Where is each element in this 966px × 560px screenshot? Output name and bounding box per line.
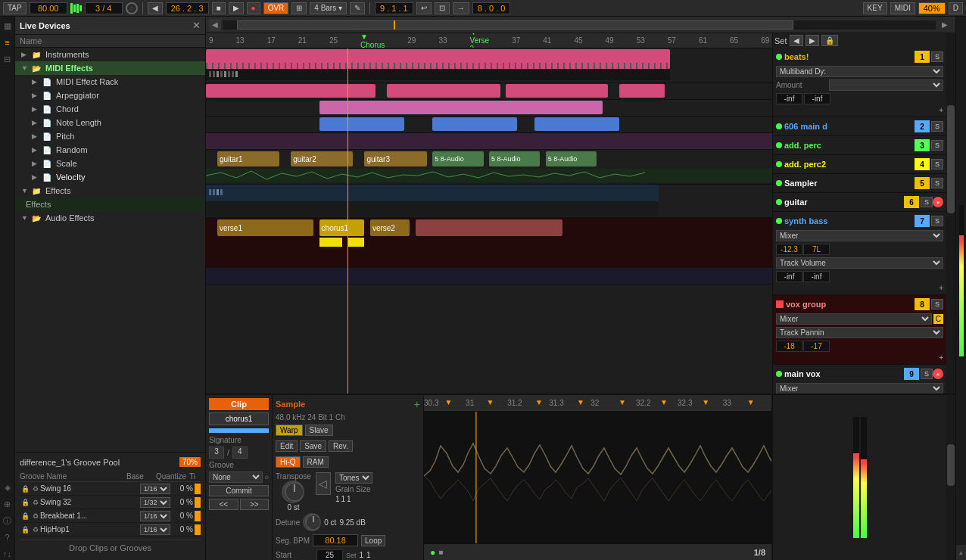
track-synthbass-clips[interactable] [206,185,772,217]
beats-amount-select[interactable] [829,79,943,91]
606-num[interactable]: 2 [915,120,930,132]
addperc2-clip-0[interactable] [319,117,404,131]
browser-item-scale[interactable]: ▶ 📄 Scale [15,157,205,170]
vox-clip-2[interactable]: verse2 [370,219,410,236]
browser-item-chord[interactable]: ▶ 📄 Chord [15,102,205,116]
track-addperc2-clips[interactable] [206,117,772,132]
position-display[interactable]: 26 . 2 . 3 [166,2,209,14]
guitar-clip-1[interactable]: guitar2 [291,151,353,166]
voxgroup-num[interactable]: 8 [915,298,930,310]
groove-base-1[interactable]: 1/32 [140,497,170,508]
mainvox-num[interactable]: 9 [904,368,919,380]
arr-overview[interactable] [223,20,936,30]
vox-clip-3[interactable] [416,219,562,236]
guitar-s-btn[interactable]: S [921,197,933,207]
browser-item-note-length[interactable]: ▶ 📄 Note Length [15,116,205,129]
track-beats-clips[interactable] [206,48,772,82]
guitar-clip-2[interactable]: guitar3 [364,151,426,166]
arr-back-btn[interactable]: ◀ [209,19,221,31]
addperc-s-btn[interactable]: S [931,140,943,151]
clip-back-btn[interactable]: << [209,499,238,510]
voxgroup-mixer-select[interactable]: Mixer [776,313,932,325]
addperc-trigger[interactable] [776,142,782,148]
detune-knob[interactable] [303,513,321,531]
guitar-clip-4[interactable]: 5 8-Audio [489,151,540,166]
hotswap-icon-3[interactable]: ♻ [33,526,39,534]
lock-icon-3[interactable]: 🔒 [21,526,30,534]
back-button[interactable]: ◀ [148,2,163,14]
d-button[interactable]: D [949,2,963,14]
clip-color-bar[interactable] [209,428,269,433]
nav-browser-icon[interactable]: ◈ [2,481,14,493]
guitar-clip-0[interactable]: guitar1 [217,151,279,166]
guitar-r-btn[interactable]: ● [933,197,943,207]
synthbass-s-btn[interactable]: S [931,216,943,226]
right-scrollbar-thumb[interactable] [947,105,955,213]
voxgroup-trackpan-select[interactable]: Track Pannin [776,327,943,338]
addperc-clip-0[interactable] [319,101,603,114]
add-button[interactable]: ⊞ [291,2,307,14]
transpose-knob[interactable] [282,481,304,503]
browser-item-effects2[interactable]: Effects [15,198,205,211]
nav-session-icon[interactable]: ▦ [2,20,14,32]
beats-num[interactable]: 1 [915,51,930,63]
beats-plus-btn[interactable]: + [939,106,943,114]
mainvox-s-btn[interactable]: S [921,369,933,379]
bottom-scrollbar-thumb[interactable] [947,444,955,486]
addperc2-trigger[interactable] [776,161,782,167]
addperc2-s-btn[interactable]: S [931,159,943,170]
lock-icon-1[interactable]: 🔒 [21,499,30,506]
voxgroup-plus-btn[interactable]: + [939,353,943,362]
nav-plugin-icon[interactable]: ⊕ [2,498,14,510]
reverse-btn[interactable]: ◁ [316,472,331,495]
browser-close-button[interactable]: ✕ [192,20,201,31]
sample-plus-btn[interactable]: + [414,398,420,410]
sampler-trigger[interactable] [776,180,782,186]
midi-button[interactable]: MIDI [890,2,915,14]
set-lock-btn[interactable]: 🔒 [821,35,838,46]
browser-item-pitch[interactable]: ▶ 📄 Pitch [15,129,205,143]
groove-base-3[interactable]: 1/16 [140,524,170,535]
groove-select[interactable]: None [209,471,263,483]
play-button[interactable]: ▶ [229,2,244,14]
beats-trigger[interactable] [776,54,782,60]
synthbass-clip-0[interactable] [206,185,659,201]
browser-item-random[interactable]: ▶ 📄 Random [15,143,205,157]
606-clip-3[interactable] [619,84,665,98]
groove-base-2[interactable]: 1/16 [140,511,170,521]
browser-item-arpeggiator[interactable]: ▶ 📄 Arpeggiator [15,89,205,102]
time-sig-display[interactable]: 3 / 4 [85,2,123,14]
loop-back-icon[interactable]: ↩ [416,2,432,14]
nav-cpu-icon[interactable]: ↑↓ [2,548,14,560]
606-clip-2[interactable] [506,84,608,98]
ram-btn[interactable]: RAM [303,456,329,468]
606-clip-0[interactable] [206,84,375,98]
edit-btn[interactable]: Edit [276,440,298,452]
track-606-clips[interactable] [206,83,772,99]
groove-base-0[interactable]: 1/16 [140,484,170,494]
guitar-clip-3[interactable]: 5 8-Audio [432,151,483,166]
beats-clip-0[interactable] [206,49,670,69]
nav-info-icon[interactable]: ⓘ [2,515,14,527]
nav-help-icon[interactable]: ? [2,531,14,543]
track-sampler-clips[interactable] [206,133,772,149]
tones-select[interactable]: Tones [335,472,372,484]
mainvox-trigger[interactable] [776,371,782,377]
right-scrollbar[interactable] [946,33,955,394]
punch-button[interactable]: ⊡ [435,2,450,14]
nav-detail-icon[interactable]: ⊟ [2,53,14,65]
hotswap-icon-0[interactable]: ♻ [33,485,39,493]
arr-fwd-btn[interactable]: ▶ [937,19,952,31]
browser-item-velocity[interactable]: ▶ 📄 VelocIty [15,170,205,184]
hiq-btn[interactable]: Hi-Q [276,456,301,468]
synthbass-num[interactable]: 7 [915,215,930,227]
track-voxgroup-clips[interactable]: verse1 chorus1 verse2 [206,218,772,267]
record-button[interactable]: ● [247,2,260,14]
sampler-s-btn[interactable]: S [931,178,943,188]
bars-button[interactable]: 4 Bars ▾ [310,2,347,14]
synthbass-trackvol-select[interactable]: Track Volume [776,257,943,269]
slave-btn[interactable]: Slave [305,425,333,436]
browser-item-midi-effects[interactable]: ▼ 📂 MIDI Effects [15,61,205,75]
ovr-button[interactable]: OVR [263,2,289,14]
addperc2-clip-2[interactable] [534,117,619,131]
